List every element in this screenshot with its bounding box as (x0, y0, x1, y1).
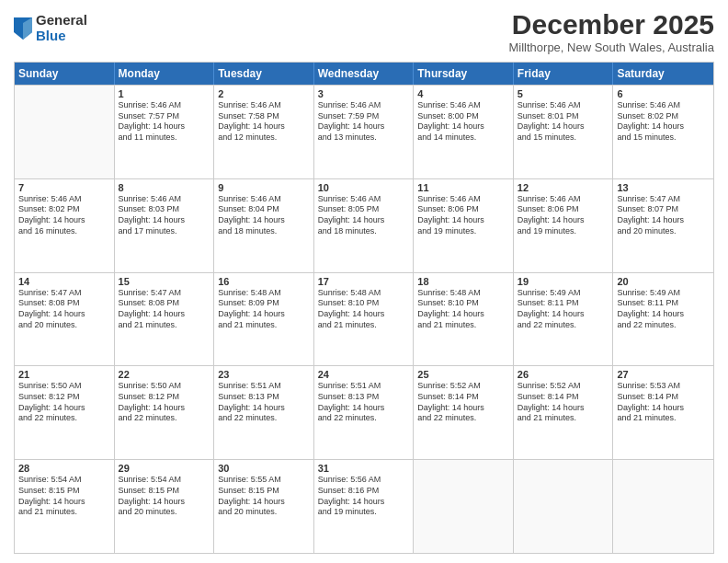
cell-line: Sunrise: 5:56 AM (318, 475, 410, 486)
cell-line: Daylight: 14 hours (119, 309, 210, 320)
calendar-cell: 2Sunrise: 5:46 AMSunset: 7:58 PMDaylight… (214, 86, 314, 178)
cell-line: Sunrise: 5:51 AM (318, 381, 410, 392)
day-number: 1 (119, 88, 210, 99)
calendar-cell: 12Sunrise: 5:46 AMSunset: 8:06 PMDayligh… (514, 179, 614, 272)
cell-line: Sunrise: 5:54 AM (18, 475, 110, 486)
calendar-cell: 22Sunrise: 5:50 AMSunset: 8:12 PMDayligh… (115, 366, 215, 459)
day-number: 29 (119, 463, 210, 474)
cell-line: Sunrise: 5:46 AM (119, 194, 210, 205)
cell-line: Sunset: 8:15 PM (119, 486, 210, 497)
cell-line: Daylight: 14 hours (318, 121, 410, 132)
day-number: 20 (617, 276, 710, 287)
cell-line: Daylight: 14 hours (218, 403, 310, 414)
calendar-cell: 7Sunrise: 5:46 AMSunset: 8:02 PMDaylight… (15, 179, 115, 272)
cell-line: Daylight: 14 hours (18, 215, 110, 226)
cell-line: and 21 minutes. (119, 320, 210, 331)
logo: General Blue (14, 13, 87, 43)
day-number: 17 (318, 276, 410, 287)
location: Millthorpe, New South Wales, Australia (508, 40, 714, 54)
cell-line: Sunset: 8:11 PM (617, 298, 710, 309)
cell-line: and 18 minutes. (318, 226, 410, 237)
cell-line: Daylight: 14 hours (218, 121, 310, 132)
cell-line: Sunrise: 5:46 AM (18, 194, 110, 205)
calendar-cell: 16Sunrise: 5:48 AMSunset: 8:09 PMDayligh… (214, 273, 314, 366)
calendar-cell (15, 86, 115, 178)
cell-line: Sunset: 8:12 PM (119, 392, 210, 403)
cell-line: Sunset: 7:57 PM (119, 111, 210, 122)
cell-line: Daylight: 14 hours (18, 309, 110, 320)
cell-line: Sunrise: 5:46 AM (417, 100, 509, 111)
day-number: 15 (119, 276, 210, 287)
calendar-cell: 5Sunrise: 5:46 AMSunset: 8:01 PMDaylight… (514, 86, 614, 178)
logo-general-text: General (36, 13, 87, 29)
day-number: 13 (617, 182, 710, 193)
cell-line: and 22 minutes. (417, 413, 509, 424)
cell-line: Sunset: 8:01 PM (518, 111, 609, 122)
cell-line: Sunrise: 5:54 AM (119, 475, 210, 486)
day-number: 9 (218, 182, 310, 193)
calendar-cell: 15Sunrise: 5:47 AMSunset: 8:08 PMDayligh… (115, 273, 215, 366)
cell-line: Sunset: 7:59 PM (318, 111, 410, 122)
logo-blue-text: Blue (36, 29, 87, 44)
calendar-row: 28Sunrise: 5:54 AMSunset: 8:15 PMDayligh… (15, 459, 713, 553)
day-number: 26 (518, 369, 609, 380)
calendar-cell: 26Sunrise: 5:52 AMSunset: 8:14 PMDayligh… (514, 366, 614, 459)
cell-line: Daylight: 14 hours (417, 215, 509, 226)
day-number: 24 (318, 369, 410, 380)
cell-line: and 13 minutes. (318, 132, 410, 144)
cell-line: Daylight: 14 hours (518, 309, 609, 320)
cell-line: Sunset: 8:10 PM (318, 298, 410, 309)
cell-line: Sunrise: 5:46 AM (218, 100, 310, 111)
cell-line: Sunset: 8:09 PM (218, 298, 310, 309)
cell-line: Sunset: 8:07 PM (617, 204, 710, 215)
calendar-cell: 23Sunrise: 5:51 AMSunset: 8:13 PMDayligh… (214, 366, 314, 459)
day-number: 5 (518, 88, 609, 99)
day-number: 19 (518, 276, 609, 287)
calendar-cell (414, 460, 514, 553)
calendar-cell: 8Sunrise: 5:46 AMSunset: 8:03 PMDaylight… (115, 179, 215, 272)
cell-line: Sunrise: 5:46 AM (518, 194, 609, 205)
day-number: 7 (18, 182, 110, 193)
cell-line: and 15 minutes. (518, 132, 609, 144)
cell-line: Daylight: 14 hours (617, 121, 710, 132)
cal-header-day: Sunday (15, 63, 115, 85)
cell-line: Sunrise: 5:46 AM (518, 100, 609, 111)
month-title: December 2025 (508, 9, 714, 40)
cell-line: and 22 minutes. (617, 320, 710, 331)
calendar-row: 14Sunrise: 5:47 AMSunset: 8:08 PMDayligh… (15, 272, 713, 366)
cell-line: Daylight: 14 hours (417, 309, 509, 320)
day-number: 28 (18, 463, 110, 474)
cell-line: Daylight: 14 hours (119, 403, 210, 414)
cell-line: Daylight: 14 hours (218, 497, 310, 508)
cell-line: Sunset: 7:58 PM (218, 111, 310, 122)
cal-header-day: Saturday (613, 63, 713, 85)
calendar-cell: 4Sunrise: 5:46 AMSunset: 8:00 PMDaylight… (414, 86, 514, 178)
cell-line: and 22 minutes. (518, 320, 609, 331)
cell-line: and 22 minutes. (119, 413, 210, 424)
logo-text: General Blue (36, 13, 87, 43)
cell-line: Sunrise: 5:49 AM (518, 288, 609, 299)
day-number: 22 (119, 369, 210, 380)
cell-line: Sunrise: 5:47 AM (18, 288, 110, 299)
calendar-cell: 24Sunrise: 5:51 AMSunset: 8:13 PMDayligh… (314, 366, 415, 459)
cell-line: and 11 minutes. (119, 132, 210, 144)
cell-line: and 21 minutes. (18, 507, 110, 518)
cell-line: Sunset: 8:13 PM (218, 392, 310, 403)
cell-line: and 20 minutes. (119, 507, 210, 518)
calendar-cell: 1Sunrise: 5:46 AMSunset: 7:57 PMDaylight… (115, 86, 215, 178)
calendar-cell (613, 460, 713, 553)
cell-line: Sunrise: 5:47 AM (617, 194, 710, 205)
cell-line: Sunrise: 5:48 AM (417, 288, 509, 299)
cell-line: Daylight: 14 hours (18, 497, 110, 508)
cell-line: and 21 minutes. (617, 413, 710, 424)
day-number: 6 (617, 88, 710, 99)
header: General Blue December 2025 Millthorpe, N… (14, 9, 714, 54)
cell-line: Sunrise: 5:46 AM (318, 100, 410, 111)
cell-line: Sunrise: 5:51 AM (218, 381, 310, 392)
calendar-cell: 27Sunrise: 5:53 AMSunset: 8:14 PMDayligh… (613, 366, 713, 459)
day-number: 2 (218, 88, 310, 99)
cell-line: and 15 minutes. (617, 132, 710, 144)
cell-line: Sunset: 8:00 PM (417, 111, 509, 122)
cell-line: and 19 minutes. (318, 507, 410, 518)
day-number: 31 (318, 463, 410, 474)
